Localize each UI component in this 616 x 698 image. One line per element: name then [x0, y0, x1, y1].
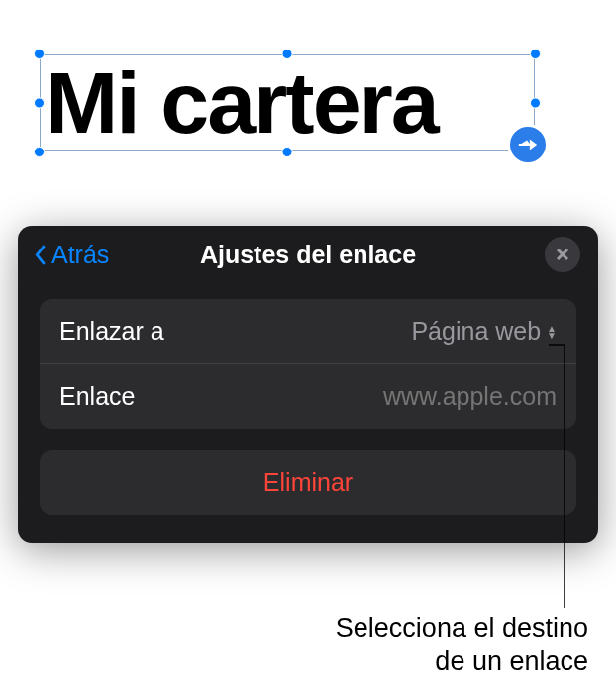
- link-to-value: Página web ▲▼: [411, 317, 557, 346]
- popover-title: Ajustes del enlace: [200, 241, 416, 269]
- link-to-selected: Página web: [411, 317, 541, 346]
- resize-handle-mt[interactable]: [282, 49, 293, 59]
- chevron-left-icon: [32, 242, 50, 267]
- link-settings-popover: Atrás Ajustes del enlace Enlazar a Págin…: [18, 226, 598, 543]
- caption-line-1: Selecciona el destino: [336, 612, 588, 646]
- caption: Selecciona el destino de un enlace: [336, 612, 588, 679]
- resize-handle-ml[interactable]: [34, 98, 45, 109]
- link-url-row[interactable]: Enlace: [40, 363, 576, 429]
- selection-outline: [40, 54, 535, 151]
- caption-line-2: de un enlace: [336, 646, 588, 679]
- delete-button[interactable]: Eliminar: [40, 450, 576, 515]
- delete-group: Eliminar: [40, 450, 576, 515]
- back-button[interactable]: Atrás: [32, 241, 109, 269]
- popover-header: Atrás Ajustes del enlace: [18, 226, 598, 283]
- resize-handle-tr[interactable]: [530, 49, 541, 59]
- selected-text-box[interactable]: Mi cartera: [40, 54, 535, 151]
- back-button-label: Atrás: [51, 241, 109, 269]
- close-icon: [555, 247, 570, 262]
- resize-handle-bl[interactable]: [34, 147, 45, 157]
- link-url-input[interactable]: [279, 382, 557, 411]
- link-url-label: Enlace: [59, 382, 135, 411]
- link-to-label: Enlazar a: [59, 317, 164, 346]
- link-indicator-icon[interactable]: [507, 124, 549, 165]
- resize-handle-mr[interactable]: [530, 98, 541, 109]
- link-settings-group: Enlazar a Página web ▲▼ Enlace: [40, 299, 576, 429]
- updown-icon: ▲▼: [547, 325, 557, 339]
- resize-handle-mb[interactable]: [282, 147, 293, 157]
- resize-handle-tl[interactable]: [34, 49, 45, 59]
- link-to-row[interactable]: Enlazar a Página web ▲▼: [40, 299, 576, 363]
- close-button[interactable]: [545, 237, 580, 272]
